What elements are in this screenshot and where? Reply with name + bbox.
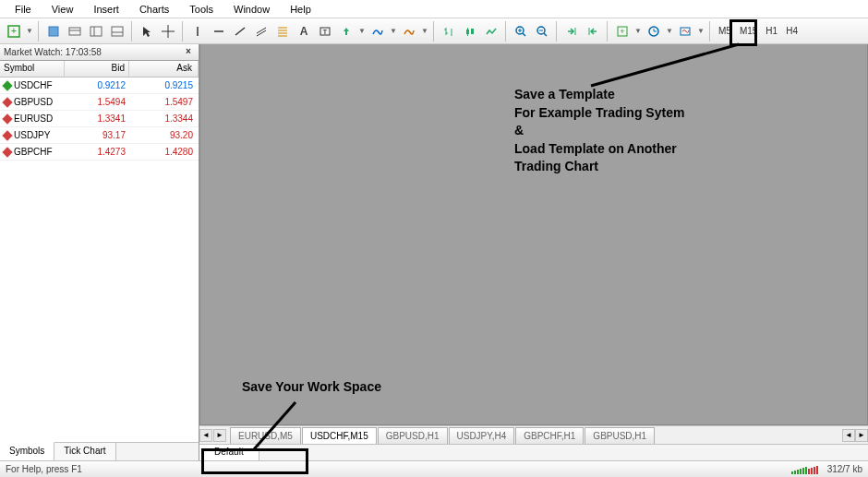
annotation-template: Save a TemplateFor Example Trading Sytem…	[514, 86, 684, 176]
timeframe-m5[interactable]: M5	[715, 26, 735, 36]
col-ask[interactable]: Ask	[129, 61, 199, 77]
zoom-out-button[interactable]	[532, 21, 552, 42]
market-watch-row[interactable]: EURUSD1.33411.3344	[0, 111, 199, 127]
status-traffic: 312/7 kb	[827, 464, 862, 474]
dropdown-icon[interactable]: ▼	[420, 27, 429, 35]
svg-line-15	[257, 30, 266, 36]
timeframe-m15[interactable]: M15	[736, 26, 761, 36]
periods-button[interactable]	[644, 21, 664, 42]
dropdown-icon[interactable]: ▼	[25, 27, 34, 35]
bid-price: 0.9212	[65, 80, 129, 90]
market-watch-row[interactable]: GBPCHF1.42731.4280	[0, 144, 199, 161]
direction-icon	[2, 80, 12, 90]
svg-text:T: T	[323, 28, 328, 36]
dropdown-icon[interactable]: ▼	[389, 27, 398, 35]
indicators-list-button[interactable]: +	[612, 21, 633, 42]
svg-rect-3	[69, 28, 80, 35]
connection-icon	[791, 465, 818, 474]
terminal-button[interactable]	[107, 21, 127, 42]
tab-symbols[interactable]: Symbols	[0, 442, 54, 460]
menu-bar: File View Insert Charts Tools Window Hel…	[0, 0, 868, 18]
menu-charts[interactable]: Charts	[130, 2, 178, 17]
svg-rect-5	[90, 27, 102, 36]
cursor-button[interactable]	[137, 21, 157, 42]
svg-text:+: +	[11, 26, 17, 36]
chart-tab[interactable]: USDJPY,H4	[449, 427, 515, 444]
chart-tab[interactable]: GBPUSD,H1	[378, 427, 448, 444]
candle-chart-button[interactable]	[460, 21, 480, 42]
col-symbol[interactable]: Symbol	[0, 61, 65, 77]
market-watch-row[interactable]: GBPUSD1.54941.5497	[0, 94, 199, 111]
toolbar: + ▼ A T ▼ ▼ ▼ + ▼ ▼ ▼ M5 M15 H1 H4	[0, 18, 868, 44]
templates-button[interactable]	[675, 21, 695, 42]
periodicity-button[interactable]	[399, 21, 419, 42]
indicators-button[interactable]	[368, 21, 388, 42]
workspace-default[interactable]: Default	[199, 445, 259, 460]
chart-tab[interactable]: GBPCHF,H1	[515, 427, 584, 444]
dropdown-icon[interactable]: ▼	[357, 27, 367, 35]
horizontal-line-button[interactable]	[209, 21, 229, 42]
ask-price: 1.5497	[129, 97, 199, 107]
bid-price: 1.3341	[65, 113, 129, 124]
tab-scroll-left-end[interactable]: ◄	[842, 429, 855, 442]
direction-icon	[2, 130, 12, 140]
svg-line-14	[257, 28, 266, 33]
menu-view[interactable]: View	[42, 2, 83, 17]
tab-scroll-right-end[interactable]: ►	[855, 429, 868, 442]
market-watch-row[interactable]: USDCHF0.92120.9215	[0, 78, 199, 94]
workspace-tab-bar: Default	[199, 444, 868, 460]
chart-tab[interactable]: EURUSD,M5	[230, 427, 301, 444]
menu-window[interactable]: Window	[224, 2, 279, 17]
ask-price: 93.20	[129, 130, 199, 140]
dropdown-icon[interactable]: ▼	[665, 27, 674, 35]
svg-line-30	[523, 33, 525, 36]
profiles-button[interactable]	[43, 21, 64, 42]
zoom-in-button[interactable]	[511, 21, 531, 42]
col-bid[interactable]: Bid	[65, 61, 129, 77]
chart-shift-button[interactable]	[583, 21, 603, 42]
tab-tick-chart[interactable]: Tick Chart	[54, 443, 115, 460]
timeframe-h1[interactable]: H1	[762, 26, 781, 36]
market-watch-row[interactable]: USDJPY93.1793.20	[0, 127, 199, 144]
menu-tools[interactable]: Tools	[180, 2, 223, 17]
fibonacci-button[interactable]	[272, 21, 293, 42]
symbol-name: EURUSD	[14, 113, 53, 124]
bid-price: 93.17	[65, 130, 129, 140]
market-watch-button[interactable]	[65, 21, 85, 42]
line-chart-button[interactable]	[481, 21, 501, 42]
svg-rect-2	[49, 27, 58, 36]
text-label-button[interactable]: T	[315, 21, 335, 42]
arrows-button[interactable]	[336, 21, 356, 42]
chart-tab[interactable]: USDCHF,M15	[302, 427, 377, 444]
tab-scroll-left[interactable]: ◄	[199, 429, 212, 442]
ask-price: 0.9215	[129, 80, 199, 90]
auto-scroll-button[interactable]	[561, 21, 582, 42]
channel-button[interactable]	[251, 21, 271, 42]
market-watch-title: Market Watch: 17:03:58	[4, 47, 102, 57]
menu-insert[interactable]: Insert	[84, 2, 128, 17]
close-icon[interactable]: ×	[182, 46, 195, 59]
symbol-name: USDCHF	[14, 80, 53, 90]
chart-workspace[interactable]: Save a TemplateFor Example Trading Sytem…	[199, 44, 868, 425]
symbol-name: GBPCHF	[14, 147, 53, 157]
direction-icon	[2, 97, 12, 107]
text-button[interactable]: A	[294, 21, 314, 42]
crosshair-button[interactable]	[158, 21, 178, 42]
new-chart-button[interactable]: +	[4, 21, 24, 42]
symbol-name: GBPUSD	[14, 97, 53, 107]
menu-help[interactable]: Help	[281, 2, 320, 17]
tab-scroll-right[interactable]: ►	[213, 429, 226, 442]
bar-chart-button[interactable]	[439, 21, 459, 42]
chart-tab[interactable]: GBPUSD,H1	[585, 427, 655, 444]
direction-icon	[2, 113, 12, 124]
symbol-name: USDJPY	[14, 130, 50, 140]
navigator-button[interactable]	[86, 21, 106, 42]
trendline-button[interactable]	[230, 21, 250, 42]
bid-price: 1.4273	[65, 147, 129, 157]
svg-line-13	[235, 28, 245, 35]
dropdown-icon[interactable]: ▼	[633, 27, 643, 35]
vertical-line-button[interactable]	[187, 21, 208, 42]
dropdown-icon[interactable]: ▼	[696, 27, 705, 35]
menu-file[interactable]: File	[6, 2, 41, 17]
timeframe-h4[interactable]: H4	[782, 26, 802, 36]
